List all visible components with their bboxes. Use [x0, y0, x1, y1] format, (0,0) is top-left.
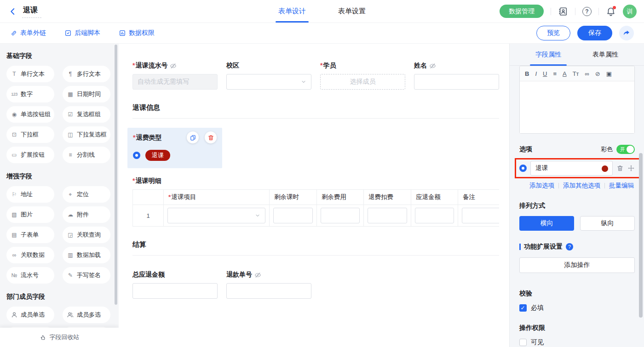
campus-select[interactable] [226, 74, 311, 90]
visible-checkbox[interactable] [519, 339, 527, 346]
add-option-link[interactable]: 添加选项 [529, 182, 554, 190]
field-total-refund[interactable]: 总应退金额 [132, 270, 218, 299]
name-input[interactable] [414, 74, 499, 90]
insert-link-icon[interactable]: ∞ [585, 70, 589, 77]
refund-order-input[interactable] [226, 283, 311, 299]
panel-scrollbar-thumb[interactable] [639, 153, 643, 318]
align-icon[interactable]: ≡ [553, 70, 557, 77]
insert-image-icon[interactable]: ▣ [606, 70, 612, 77]
underline-icon[interactable]: U [543, 70, 547, 77]
field-item-datetime[interactable]: ▦日期时间 [63, 86, 110, 102]
column-header: 退课项目 [168, 193, 196, 200]
back-button[interactable] [7, 6, 18, 17]
field-item-subform[interactable]: ▤子表单 [6, 227, 54, 243]
preview-button[interactable]: 预览 [536, 26, 570, 40]
save-button[interactable]: 保存 [577, 26, 612, 40]
page-title[interactable]: 退课 [22, 5, 41, 18]
option-radio-selected[interactable] [519, 165, 527, 172]
section-title-refund-info: 退课信息 [132, 103, 499, 119]
help-filled-icon[interactable]: ? [566, 243, 573, 250]
field-item-multi-dropdown[interactable]: ◫下拉复选框 [63, 126, 110, 143]
course-item-select[interactable] [167, 208, 265, 223]
serial-input[interactable]: 自动生成无需填写 [132, 74, 218, 90]
field-item-dropdown[interactable]: ⊡下拉框 [6, 126, 54, 143]
tab-field-properties[interactable]: 字段属性 [530, 44, 567, 65]
share-button[interactable] [619, 26, 634, 40]
field-item-attachment[interactable]: ☁附件 [63, 206, 110, 223]
field-item-radio-group[interactable]: ◉单选按钮组 [6, 106, 54, 123]
field-item-extend-button[interactable]: ▭扩展按钮 [6, 147, 54, 163]
arrange-vertical-button[interactable]: 纵向 [580, 216, 635, 231]
remark-input[interactable] [462, 208, 499, 223]
avatar[interactable]: 训 [623, 5, 637, 18]
backend-script-action[interactable]: 后端脚本 [64, 29, 100, 37]
field-item-checkbox-group[interactable]: ☑复选框组 [63, 106, 110, 123]
field-item-linked-data[interactable]: ∞关联数据 [6, 247, 54, 263]
field-item-number[interactable]: 123数字 [6, 86, 54, 102]
field-item-linked-query[interactable]: ◲关联查询 [63, 227, 110, 243]
field-recycle-bin[interactable]: 字段回收站 [0, 328, 119, 347]
delete-option-icon[interactable] [616, 165, 624, 172]
student-picker[interactable]: 选择成员 [320, 74, 405, 90]
tab-form-design[interactable]: 表单设计 [278, 0, 306, 23]
add-operation-button[interactable]: 添加操作 [519, 257, 635, 273]
drag-option-icon[interactable] [627, 165, 635, 172]
option-color-dot[interactable] [602, 165, 608, 172]
chevron-down-icon [301, 79, 306, 85]
selected-field-fee-type[interactable]: 退费类型 退课 [127, 128, 222, 168]
field-refund-detail-subform[interactable]: 退课明细 退课项目 剩余课时 剩余费用 退费扣费 应退金额 备注 1 [132, 176, 499, 227]
subform-table: 退课项目 剩余课时 剩余费用 退费扣费 应退金额 备注 1 [132, 189, 499, 227]
field-serial-number[interactable]: 退课流水号 自动生成无需填写 [132, 61, 218, 90]
field-item-member-multi[interactable]: 成员多选 [63, 307, 110, 323]
color-toggle[interactable]: 开 [616, 145, 635, 154]
field-item-image[interactable]: ▧图片 [6, 206, 54, 223]
data-permission-action[interactable]: 数据权限 [119, 29, 155, 37]
total-refund-input[interactable] [132, 283, 218, 299]
batch-edit-link[interactable]: 批量编辑 [609, 182, 634, 190]
add-other-option-link[interactable]: 添加其他选项 [563, 182, 600, 190]
field-item-geolocation[interactable]: ⌖定位 [63, 186, 110, 203]
italic-icon[interactable]: I [535, 70, 537, 77]
properties-panel: 字段属性 表单属性 B I U ≡ A Tᴛ ∞ ⊘ ▣ 选项 彩色 开 [509, 44, 644, 347]
tab-form-settings[interactable]: 表单设置 [338, 0, 366, 23]
field-refund-order-no[interactable]: 退款单号 [226, 270, 311, 299]
font-size-icon[interactable]: Tᴛ [573, 70, 579, 77]
delete-field-button[interactable] [205, 131, 217, 143]
remaining-hours-input[interactable] [273, 208, 313, 223]
external-link-action[interactable]: 表单外链 [10, 29, 46, 37]
field-name[interactable]: 姓名 [414, 61, 499, 90]
option-label-input[interactable]: 退课 [530, 161, 613, 176]
contacts-icon[interactable] [558, 6, 568, 17]
field-student[interactable]: 学员 选择成员 [320, 61, 405, 90]
remove-link-icon[interactable]: ⊘ [595, 70, 600, 77]
data-manage-button[interactable]: 数据管理 [500, 5, 544, 18]
field-campus[interactable]: 校区 [226, 61, 311, 90]
arrange-horizontal-button[interactable]: 横向 [519, 216, 574, 231]
notification-bell-icon[interactable] [606, 6, 616, 17]
field-item-divider[interactable]: ≡分割线 [63, 147, 110, 163]
field-item-address[interactable]: ⚐地址 [6, 186, 54, 203]
field-item-single-line-text[interactable]: T单行文本 [6, 66, 54, 82]
column-header: 剩余费用 [317, 190, 364, 205]
field-item-data-load[interactable]: ▥数据加载 [63, 247, 110, 263]
refund-amount-input[interactable] [415, 208, 454, 223]
font-color-icon[interactable]: A [563, 70, 567, 77]
copy-field-button[interactable] [187, 131, 199, 143]
tab-form-properties[interactable]: 表单属性 [587, 44, 624, 65]
deduction-input[interactable] [368, 208, 407, 223]
help-icon[interactable]: ? [582, 7, 592, 16]
remaining-fee-input[interactable] [321, 208, 360, 223]
column-header: 应退金额 [411, 190, 458, 205]
required-checkbox[interactable] [519, 304, 527, 312]
field-item-member-single[interactable]: 成员单选 [6, 307, 54, 323]
visible-check-row: 可见 [519, 338, 635, 347]
option-badge: 退课 [145, 150, 170, 161]
richtext-body[interactable] [520, 81, 634, 133]
sidebar-scrollbar-thumb[interactable] [115, 45, 117, 305]
radio-selected[interactable] [133, 152, 140, 159]
field-item-serial-number[interactable]: №流水号 [6, 267, 54, 284]
bold-icon[interactable]: B [525, 70, 529, 77]
color-label: 彩色 [601, 145, 613, 154]
field-item-multi-line-text[interactable]: ¶多行文本 [63, 66, 110, 82]
field-item-signature[interactable]: ✎手写签名 [63, 267, 110, 284]
